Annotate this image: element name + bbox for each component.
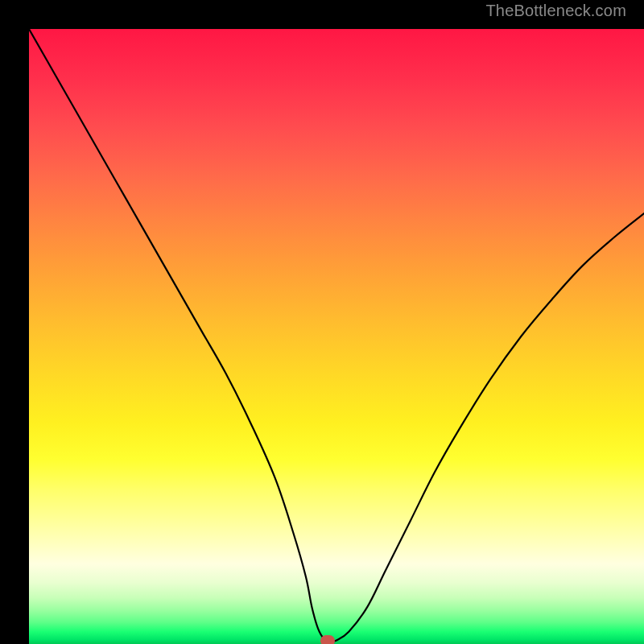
- plot-frame: [0, 0, 644, 644]
- plot-area: [29, 29, 644, 644]
- optimum-marker: [320, 635, 335, 644]
- bottleneck-curve: [29, 29, 644, 644]
- watermark-text: TheBottleneck.com: [485, 2, 626, 20]
